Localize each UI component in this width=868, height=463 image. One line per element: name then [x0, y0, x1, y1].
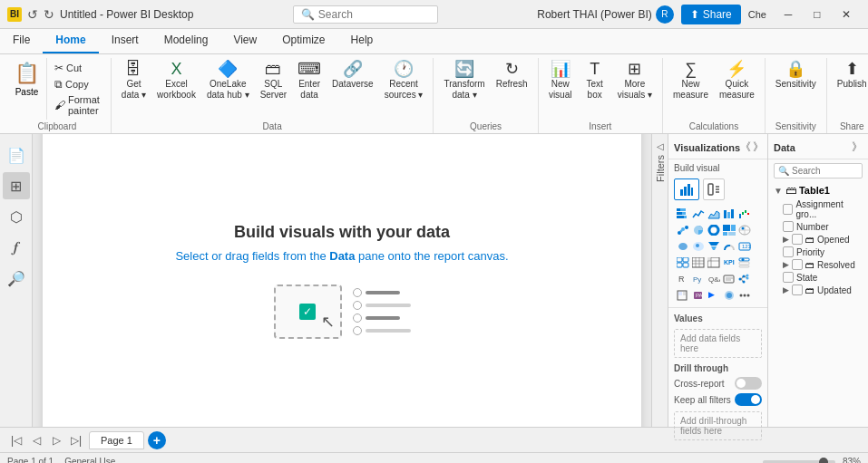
page-first-button[interactable]: |◁ [7, 431, 25, 449]
viz-slicer[interactable] [737, 256, 752, 270]
viz-treemap[interactable] [722, 223, 736, 237]
paste-button[interactable]: 📋 Paste [7, 58, 47, 120]
viz-r-visual[interactable]: R [676, 272, 690, 286]
field-number-checkbox[interactable] [783, 221, 794, 232]
viz-more[interactable] [737, 288, 752, 303]
viz-python-visual[interactable]: Py [691, 272, 706, 286]
viz-kpi[interactable]: KPI [722, 256, 736, 270]
data-search[interactable]: 🔍 [774, 163, 863, 178]
viz-donut[interactable] [707, 223, 721, 237]
share-button[interactable]: ⬆ Share [681, 5, 741, 24]
table1-row[interactable]: ▼ 🗃 Table1 [768, 182, 868, 198]
viz-paginated-report[interactable] [676, 288, 690, 303]
sql-server-button[interactable]: 🗃 SQLServer [256, 58, 291, 103]
field-updated-expand[interactable]: ▶ [783, 285, 789, 294]
tab-insert[interactable]: Insert [99, 28, 151, 53]
new-measure-button[interactable]: ∑ Newmeasure [668, 58, 713, 103]
viz-decomp-tree[interactable] [737, 272, 752, 286]
viz-smart-narrative[interactable] [722, 272, 736, 286]
tab-optimize[interactable]: Optimize [269, 28, 337, 53]
build-format-icon[interactable] [703, 178, 725, 200]
viz-azure-sphere[interactable] [722, 288, 736, 303]
viz-filled-map[interactable] [676, 239, 690, 254]
keep-all-filters-toggle[interactable] [735, 393, 762, 406]
field-priority[interactable]: Priority [768, 246, 868, 258]
publish-button[interactable]: ⬆ Publish [833, 58, 868, 92]
new-visual-button[interactable]: 📊 Newvisual [544, 58, 577, 103]
model-view-button[interactable]: ⬡ [3, 203, 30, 230]
data-panel-expand[interactable]: 》 [852, 140, 863, 155]
recent-sources-button[interactable]: 🕐 Recentsources ▾ [380, 58, 428, 103]
field-opened-checkbox[interactable] [792, 234, 803, 245]
field-state-checkbox[interactable] [783, 272, 794, 283]
format-painter-button[interactable]: 🖌 Format painter [51, 92, 103, 118]
minimize-button[interactable]: ─ [774, 0, 803, 29]
text-box-button[interactable]: T Textbox [579, 58, 611, 103]
viz-q-and-a[interactable]: Q&A [707, 272, 721, 286]
table1-expand[interactable]: ▼ [774, 186, 783, 196]
dax-view-button[interactable]: 𝒇 [3, 234, 30, 261]
add-page-button[interactable]: + [148, 431, 166, 449]
dataverse-button[interactable]: 🔗 Dataverse [327, 58, 378, 92]
viz-collapse-button[interactable]: 《 [740, 140, 751, 155]
field-resolved-checkbox[interactable] [792, 259, 803, 270]
report-view-button[interactable]: 📄 [3, 141, 30, 169]
close-button[interactable]: ✕ [832, 0, 861, 29]
undo-button[interactable]: ↺ [27, 7, 38, 22]
cross-report-toggle[interactable] [735, 377, 762, 390]
field-state[interactable]: State [768, 271, 868, 284]
page-last-button[interactable]: ▷| [67, 431, 85, 449]
viz-card[interactable]: 123 [737, 239, 752, 254]
viz-gauge[interactable] [722, 239, 736, 254]
field-opened-expand[interactable]: ▶ [783, 235, 789, 244]
transform-data-button[interactable]: 🔄 Transformdata ▾ [439, 58, 489, 103]
viz-ribbon-chart[interactable] [722, 207, 736, 221]
field-assignment-checkbox[interactable] [783, 204, 793, 215]
tab-help[interactable]: Help [338, 28, 386, 53]
tab-file[interactable]: File [0, 28, 43, 53]
onelake-button[interactable]: 🔷 OneLakedata hub ▾ [202, 58, 254, 103]
viz-waterfall-chart[interactable] [737, 207, 752, 221]
tab-view[interactable]: View [220, 28, 269, 53]
viz-multi-card[interactable] [676, 256, 690, 270]
zoom-slider[interactable] [763, 460, 835, 464]
search-bar[interactable]: 🔍 [293, 5, 438, 24]
field-opened[interactable]: ▶ 🗃 Opened [768, 233, 868, 246]
field-priority-checkbox[interactable] [783, 246, 794, 257]
field-updated[interactable]: ▶ 🗃 Updated [768, 284, 868, 296]
page-prev-button[interactable]: ◁ [27, 431, 45, 449]
viz-expand-button[interactable]: 》 [753, 140, 764, 155]
field-number[interactable]: Number [768, 220, 868, 233]
viz-area-chart[interactable] [707, 207, 721, 221]
data-search-input[interactable] [792, 166, 855, 176]
viz-funnel[interactable] [707, 239, 721, 254]
viz-azure-map[interactable] [691, 239, 706, 254]
copy-button[interactable]: ⧉ Copy [51, 76, 103, 92]
viz-stacked-bar[interactable] [676, 207, 690, 221]
viz-line-chart[interactable] [691, 207, 706, 221]
tab-modeling[interactable]: Modeling [151, 28, 221, 53]
tab-home[interactable]: Home [43, 28, 98, 53]
page1-tab[interactable]: Page 1 [89, 431, 144, 449]
sensitivity-button[interactable]: 🔒 Sensitivity [771, 58, 821, 92]
refresh-button[interactable]: ↻ Refresh [492, 58, 532, 92]
more-visuals-button[interactable]: ⊞ Morevisuals ▾ [613, 58, 657, 103]
field-resolved[interactable]: ▶ 🗃 Resolved [768, 258, 868, 271]
maximize-button[interactable]: □ [803, 0, 832, 29]
cut-button[interactable]: ✂ Cut [51, 60, 103, 76]
enter-data-button[interactable]: ⌨ Enterdata [293, 58, 326, 103]
page-next-button[interactable]: ▷ [47, 431, 65, 449]
viz-power-automate[interactable]: ▶ [707, 288, 721, 303]
viz-power-apps[interactable]: PA [691, 288, 706, 303]
viz-table[interactable] [691, 256, 706, 270]
explorer-button[interactable]: 🔎 [3, 265, 30, 292]
search-input[interactable] [318, 8, 427, 21]
build-chart-icon[interactable] [674, 178, 699, 200]
field-assignment[interactable]: Assignment gro... [768, 198, 868, 220]
viz-matrix[interactable] [707, 256, 721, 270]
viz-scatter[interactable] [676, 223, 690, 237]
filters-toggle[interactable]: ◁ [657, 141, 664, 151]
table-view-button[interactable]: ⊞ [3, 172, 30, 199]
get-data-button[interactable]: 🗄 Getdata ▾ [117, 58, 151, 103]
quick-measure-button[interactable]: ⚡ Quickmeasure [715, 58, 759, 103]
